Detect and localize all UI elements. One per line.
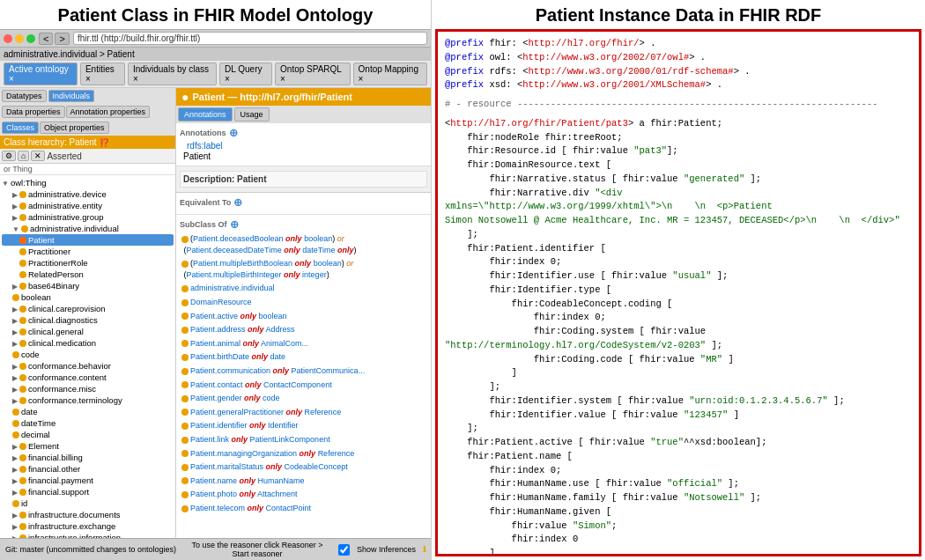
subclass-expr-domain: DomainResource <box>180 296 427 309</box>
tree-item-admin-device[interactable]: ▶administrative.device <box>2 188 174 200</box>
subclass-expr-birthdate: Patient.birthDate only date <box>180 350 427 364</box>
tree-item-element[interactable]: ▶Element <box>2 440 174 452</box>
breadcrumb: administrative.individual > Patient <box>4 49 135 59</box>
tree-item-conformance-content[interactable]: ▶conformance.content <box>2 372 174 383</box>
rdf-line-coding-system: fhir:Coding.system [ fhir:value "http://… <box>445 325 912 353</box>
reasoner-text: To use the reasoner click Reasoner > Sta… <box>183 541 331 558</box>
rdf-line-id-system: fhir:Identifier.system [ fhir:value "urn… <box>445 394 912 409</box>
traffic-light-green[interactable] <box>26 34 35 43</box>
tree-item-owl-thing[interactable]: ▼owl:Thing <box>2 177 174 188</box>
tree-item-infra-information[interactable]: ▶infrastructure.information <box>2 532 174 538</box>
show-inferences-checkbox[interactable] <box>338 544 350 556</box>
object-props-tab[interactable]: Object properties <box>40 122 109 134</box>
tab-entities[interactable]: Entities × <box>80 63 125 85</box>
tree-item-clinical-careprovision[interactable]: ▶clinical.careprovision <box>2 303 174 314</box>
tree-item-infra-documents[interactable]: ▶infrastructure.documents <box>2 509 174 520</box>
tree-item-clinical-general[interactable]: ▶clinical.general <box>2 326 174 337</box>
prefix-owl: @prefix owl: <http://www.w3.org/2002/07/… <box>445 51 912 65</box>
rdf-line-type-close: ]; <box>445 380 912 394</box>
patient-header: ● Patient — http://hl7.org/fhir/Patient <box>176 88 431 106</box>
add-equivalent-button[interactable]: ⊕ <box>233 196 242 209</box>
classes-tab[interactable]: Classes <box>2 122 39 134</box>
annotation-props-tab[interactable]: Annotation properties <box>66 106 151 118</box>
left-title: Patient Class in FHIR Model Ontology <box>0 0 431 29</box>
tab-active-ontology[interactable]: Active ontology × <box>4 63 78 85</box>
subclass-expr-name: Patient.name only HumanName <box>180 475 427 488</box>
class-hierarchy-header: Class hierarchy: Patient ⁉️ <box>0 136 175 149</box>
rdf-line-index-0: fhir:index 0; <box>445 255 912 269</box>
subclass-expr-1: (Patient.deceasedBoolean only boolean) o… <box>180 232 427 256</box>
tree-item-related-person[interactable]: RelatedPerson <box>2 269 174 280</box>
browser-bar: < > fhir.ttl (http://build.fhir.org/fhir… <box>0 29 431 48</box>
rdf-line-coding-close: ] <box>445 366 912 380</box>
tree-item-id[interactable]: id <box>2 497 174 509</box>
annotations-tab[interactable]: Annotations <box>178 107 233 122</box>
tree-item-admin-group[interactable]: ▶administrative.group <box>2 211 174 223</box>
data-props-tab[interactable]: Data properties <box>2 106 65 118</box>
subclass-expr-photo: Patient.photo only Attachment <box>180 488 427 501</box>
tab-dl-query[interactable]: DL Query × <box>219 63 272 85</box>
tree-item-clinical-diagnostics[interactable]: ▶clinical.diagnostics <box>2 314 174 326</box>
tree-item-boolean[interactable]: boolean <box>2 291 174 303</box>
tree-item-conformance-behavior[interactable]: ▶conformance.behavior <box>2 360 174 372</box>
subclass-expr-telecom: Patient.telecom only ContactPoint <box>180 502 427 515</box>
tree-item-admin-entity[interactable]: ▶administrative.entity <box>2 200 174 211</box>
right-title: Patient Instance Data in FHIR RDF <box>432 0 925 29</box>
hierarchy-search-btn[interactable]: ✕ <box>31 151 45 161</box>
tree-item-infra-exchange[interactable]: ▶infrastructure.exchange <box>2 520 174 532</box>
traffic-light-yellow[interactable] <box>15 34 24 43</box>
tree-item-financial-other[interactable]: ▶financial.other <box>2 463 174 475</box>
subclass-expr-admin: administrative.individual <box>180 282 427 295</box>
subclass-expr-communication: Patient.communication only PatientCommun… <box>180 365 427 378</box>
tab-ontop-sparql[interactable]: Ontop SPARQL × <box>275 63 350 85</box>
annotations-panel: ● Patient — http://hl7.org/fhir/Patient … <box>176 88 431 538</box>
tree-item-decimal[interactable]: decimal <box>2 429 174 440</box>
tree-item-date[interactable]: date <box>2 406 174 417</box>
add-subclass-button[interactable]: ⊕ <box>230 218 239 231</box>
tab-individuals-by-class[interactable]: Individuals by class × <box>128 63 217 85</box>
subclass-expr-address: Patient.address only Address <box>180 323 427 336</box>
rdf-line-name-index: fhir:index 0; <box>445 464 912 478</box>
tree-item-code[interactable]: code <box>2 349 174 360</box>
individuals-tab[interactable]: Individuals <box>48 90 95 102</box>
traffic-light-red[interactable] <box>4 34 12 43</box>
git-status: Git: master (uncommitted changes to onto… <box>5 545 176 554</box>
tree-item-financial-payment[interactable]: ▶financial.payment <box>2 475 174 486</box>
tab-ontop-mapping[interactable]: Ontop Mapping × <box>353 63 427 85</box>
tree-item-base64binary[interactable]: ▶base64Binary <box>2 280 174 291</box>
tree-item-admin-individual[interactable]: ▼administrative.individual <box>2 223 174 234</box>
hierarchy-btn-1[interactable]: ⚙ <box>2 151 16 161</box>
tree-item-financial-support[interactable]: ▶financial.support <box>2 486 174 497</box>
rdf-line-7: Simon Notsowell @ Acme Healthcare, Inc. … <box>445 214 912 228</box>
nav-back-button[interactable]: < <box>39 33 53 45</box>
info-icon: ℹ <box>423 545 426 554</box>
rdfs-label-ref: rdfs:label <box>187 141 223 151</box>
rdf-line-given-close: ] <box>445 547 912 556</box>
tree-item-practitioner[interactable]: Practitioner <box>2 246 174 257</box>
subclass-expr-marital: Patient.maritalStatus only CodeableConce… <box>180 461 427 474</box>
tree-item-financial-billing[interactable]: ▶financial.billing <box>2 452 174 463</box>
tree-item-conformance-misc[interactable]: ▶conformance.misc <box>2 383 174 394</box>
tree-item-datetime[interactable]: dateTime <box>2 417 174 429</box>
tree-item-conformance-terminology[interactable]: ▶conformance.terminology <box>2 394 174 406</box>
right-side: Patient Instance Data in FHIR RDF @prefi… <box>432 0 925 560</box>
hierarchy-btn-2[interactable]: ⌂ <box>18 151 29 161</box>
prefix-rdfs: @prefix rdfs: <http://www.w3.org/2000/01… <box>445 65 912 79</box>
usage-tab[interactable]: Usage <box>234 107 270 122</box>
datatypes-tab[interactable]: Datatypes <box>2 90 47 102</box>
asserted-label: Asserted <box>47 151 81 161</box>
add-annotation-button[interactable]: ⊕ <box>229 127 238 139</box>
address-bar[interactable]: fhir.ttl (http://build.fhir.org/fhir.ttl… <box>73 32 427 45</box>
subclass-expr-2: (Patient.multipleBirthBoolean only boole… <box>180 257 427 281</box>
tree-item-patient[interactable]: Patient <box>2 234 174 246</box>
description-box: Description: Patient <box>180 171 427 188</box>
subclass-expr-link: Patient.link only PatientLinkComponent <box>180 433 427 446</box>
or-thing-label: or Thing <box>4 165 33 173</box>
rdf-line-id-value: fhir:Identifier.value [ fhir:value "1234… <box>445 409 912 423</box>
nav-forward-button[interactable]: > <box>55 33 69 45</box>
tree-item-clinical-medication[interactable]: ▶clinical.medication <box>2 337 174 349</box>
subclass-expr-gp: Patient.generalPractitioner only Referen… <box>180 406 427 419</box>
rdf-line-1: <http://hl7.org/fhir/Patient/pat3> a fhi… <box>445 117 912 131</box>
subclass-of-section: SubClass Of ⊕ (Patient.deceasedBoolean o… <box>176 215 431 538</box>
tree-item-practitioner-role[interactable]: PractitionerRole <box>2 257 174 269</box>
